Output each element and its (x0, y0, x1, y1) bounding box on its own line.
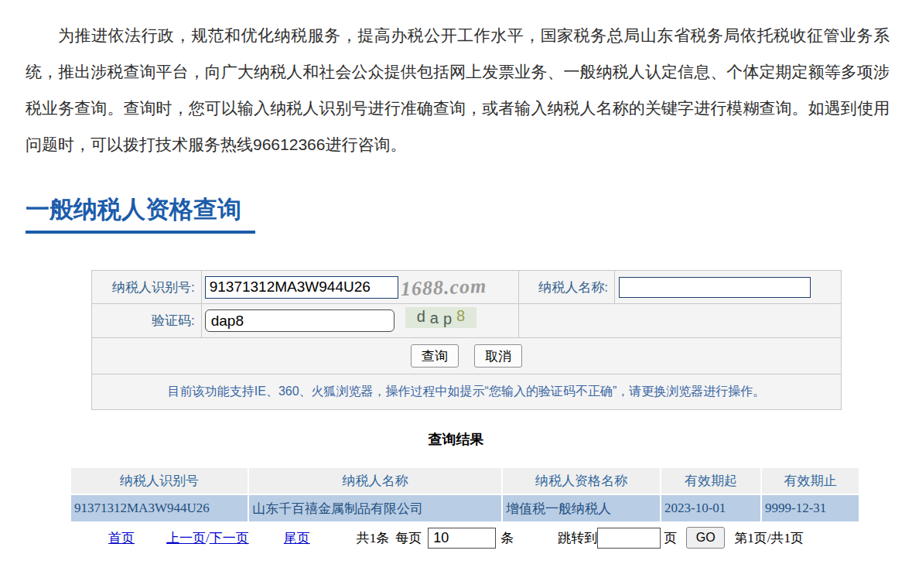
title-underline (26, 231, 255, 234)
button-row: 查询 取消 (92, 338, 842, 374)
cell-valid-to: 9999-12-31 (762, 495, 859, 521)
pagination-bar: 首页 上一页/下一页 尾页 共1条 每页 条 跳转到 页 GO 第1页/共1页 (71, 525, 859, 551)
empty-cell (519, 304, 842, 338)
intro-paragraph: 为推进依法行政，规范和优化纳税服务，提高办税公开工作水平，国家税务总局山东省税务… (26, 17, 890, 162)
cancel-button[interactable]: 取消 (474, 344, 522, 368)
captcha-input[interactable] (205, 309, 395, 332)
form-row-1: 纳税人识别号: 纳税人名称: (92, 271, 842, 304)
form-row-2: 验证码: dap8 (92, 304, 842, 338)
cell-valid-from: 2023-10-01 (661, 495, 760, 521)
column-header-qualification: 纳税人资格名称 (503, 468, 660, 494)
form-row-buttons: 查询 取消 (92, 338, 842, 374)
taxpayer-name-cell (615, 271, 842, 304)
column-header-taxpayer-name: 纳税人名称 (249, 468, 501, 494)
column-header-valid-from: 有效期起 (661, 468, 760, 494)
browser-notice: 目前该功能支持IE、360、火狐浏览器，操作过程中如提示“您输入的验证码不正确”… (92, 374, 842, 410)
column-header-valid-to: 有效期止 (762, 468, 859, 494)
jump-to-label: 跳转到 (558, 529, 597, 547)
results-header-row: 纳税人识别号 纳税人名称 纳税人资格名称 有效期起 有效期止 (71, 468, 859, 494)
prev-next-links: 上一页/下一页 (166, 529, 249, 547)
column-header-taxpayer-id: 纳税人识别号 (71, 468, 248, 494)
results-title: 查询结果 (0, 430, 912, 449)
captcha-char: d (417, 307, 430, 326)
query-form-table: 纳税人识别号: 纳税人名称: 验证码: dap8 查询 (91, 270, 842, 410)
page-title: 一般纳税人资格查询 (26, 195, 912, 224)
query-button[interactable]: 查询 (411, 344, 459, 368)
per-page-label: 每页 (395, 529, 422, 547)
cell-taxpayer-name: 山东千百禧金属制品有限公司 (249, 495, 501, 521)
results-table: 纳税人识别号 纳税人名称 纳税人资格名称 有效期起 有效期止 91371312M… (70, 467, 860, 523)
taxpayer-name-label: 纳税人名称: (519, 271, 615, 304)
jump-page-input[interactable] (597, 528, 661, 549)
page-info-text: 第1页/共1页 (734, 529, 804, 547)
table-row: 91371312MA3W944U26 山东千百禧金属制品有限公司 增值税一般纳税… (71, 495, 859, 521)
cell-qualification: 增值税一般纳税人 (503, 495, 660, 521)
taxpayer-name-input[interactable] (619, 277, 811, 298)
captcha-char: 8 (456, 306, 470, 326)
next-page-link[interactable]: 下一页 (210, 531, 249, 545)
taxpayer-id-cell (201, 271, 519, 304)
per-page-input[interactable] (428, 528, 496, 549)
total-count-text: 共1条 (357, 529, 390, 547)
captcha-cell: dap8 (201, 304, 519, 338)
taxpayer-id-label: 纳税人识别号: (92, 271, 202, 304)
last-page-link[interactable]: 尾页 (284, 529, 310, 547)
captcha-image[interactable]: dap8 (405, 307, 476, 328)
per-page-unit: 条 (500, 529, 514, 547)
captcha-char: a (430, 309, 443, 328)
captcha-label: 验证码: (92, 304, 202, 338)
captcha-char: p (443, 309, 456, 329)
form-row-notice: 目前该功能支持IE、360、火狐浏览器，操作过程中如提示“您输入的验证码不正确”… (92, 374, 842, 410)
section-header: 一般纳税人资格查询 (26, 195, 912, 234)
page-root: 为推进依法行政，规范和优化纳税服务，提高办税公开工作水平，国家税务总局山东省税务… (0, 17, 912, 588)
jump-page-unit: 页 (664, 529, 677, 547)
cell-taxpayer-id: 91371312MA3W944U26 (71, 495, 248, 521)
query-form: 纳税人识别号: 纳税人名称: 验证码: dap8 查询 (91, 270, 842, 410)
first-page-link[interactable]: 首页 (108, 529, 135, 547)
go-button[interactable]: GO (686, 527, 725, 549)
prev-page-link[interactable]: 上一页 (166, 531, 206, 545)
taxpayer-id-input[interactable] (205, 276, 398, 299)
